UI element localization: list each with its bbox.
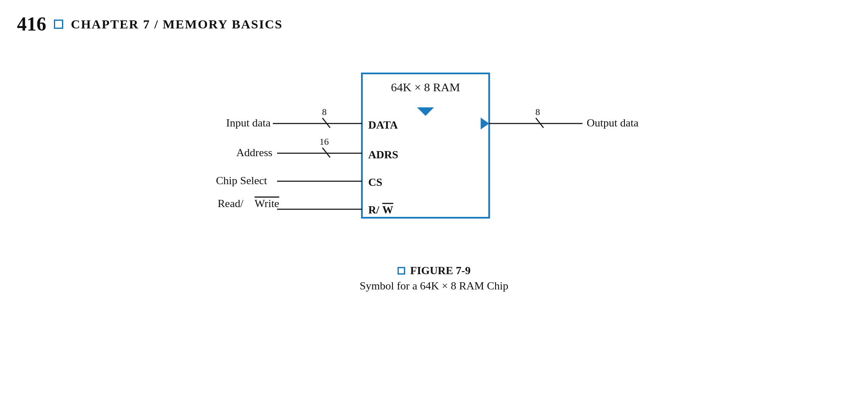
rw-label-write: Write [255, 197, 279, 210]
diagram-area: 64K × 8 RAM DATA ADRS CS R/ W 8 Input da… [17, 61, 851, 247]
diagram-svg: 64K × 8 RAM DATA ADRS CS R/ W 8 Input da… [201, 61, 667, 247]
input-data-width: 8 [322, 107, 327, 117]
input-data-label: Input data [226, 117, 271, 129]
caption-subtitle: Symbol for a 64K × 8 RAM Chip [360, 280, 509, 292]
chip-select-label: Chip Select [216, 174, 267, 187]
pin-adrs: ADRS [368, 149, 398, 161]
header-icon-box [54, 20, 63, 29]
address-slash [322, 148, 330, 157]
page: 416 CHAPTER 7 / MEMORY BASICS 64K × 8 RA… [0, 0, 868, 393]
caption-title-row: FIGURE 7-9 [398, 264, 470, 277]
page-header: 416 CHAPTER 7 / MEMORY BASICS [17, 13, 851, 35]
pin-data: DATA [368, 119, 398, 131]
ram-title: 64K × 8 RAM [391, 81, 460, 94]
pin-rw: R/ [368, 204, 380, 216]
pin-rw-w: W [382, 204, 393, 216]
output-label: Output data [587, 117, 638, 129]
address-width: 16 [319, 136, 329, 147]
caption-title: FIGURE 7-9 [410, 264, 470, 277]
page-number: 416 [17, 13, 46, 35]
address-label: Address [236, 146, 272, 159]
ram-box [362, 73, 489, 218]
pin-cs: CS [368, 176, 382, 188]
header-title: CHAPTER 7 / MEMORY BASICS [71, 17, 283, 31]
caption-area: FIGURE 7-9 Symbol for a 64K × 8 RAM Chip [17, 264, 851, 292]
rw-label-read: Read/ [218, 197, 244, 210]
output-slash [536, 118, 543, 128]
input-data-slash [322, 118, 330, 128]
output-width: 8 [535, 107, 540, 117]
caption-icon-box [398, 267, 405, 275]
